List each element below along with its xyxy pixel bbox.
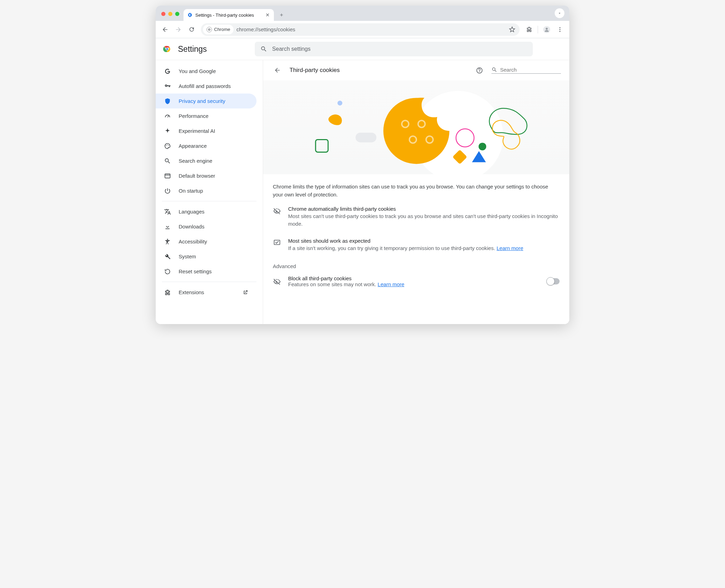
reload-button[interactable] (186, 24, 197, 35)
svg-point-6 (560, 29, 561, 30)
minimize-window-button[interactable] (168, 12, 172, 16)
svg-point-24 (479, 143, 486, 150)
search-icon (164, 158, 171, 164)
menu-button[interactable] (554, 24, 566, 35)
key-icon (164, 83, 171, 90)
svg-point-5 (560, 27, 561, 28)
search-settings-placeholder: Search settings (272, 46, 310, 52)
toolbar-divider (538, 26, 538, 33)
visibility-off-icon (273, 206, 281, 228)
chrome-icon (206, 27, 212, 32)
site-chip[interactable]: Chrome (203, 25, 234, 34)
help-button[interactable] (473, 64, 485, 76)
sidebar-divider (162, 201, 256, 201)
sidebar-item-reset[interactable]: Reset settings (156, 264, 256, 279)
browser-window: Settings - Third-party cookies ✕ Chrome (156, 6, 569, 324)
search-settings-input[interactable]: Search settings (255, 42, 533, 56)
sidebar-item-label: Extensions (179, 289, 204, 295)
sidebar-item-label: Experimental AI (179, 128, 215, 134)
search-icon (491, 67, 497, 73)
sidebar-divider (162, 282, 256, 282)
url-text: chrome://settings/cookies (236, 26, 504, 32)
svg-point-4 (546, 27, 548, 30)
sidebar-item-label: On startup (179, 188, 203, 194)
sparkle-icon (164, 128, 171, 135)
settings-sidebar: You and Google Autofill and passwords Pr… (156, 60, 263, 324)
address-bar[interactable]: Chrome chrome://settings/cookies (201, 23, 520, 36)
page-search-input[interactable] (500, 67, 561, 73)
palette-icon (164, 143, 171, 150)
settings-main: Third-party cookies (263, 60, 569, 324)
page-description: Chrome limits the type of information si… (263, 174, 569, 201)
sidebar-item-label: Accessibility (179, 239, 207, 244)
browser-icon (164, 172, 171, 179)
settings-header: Settings Search settings (156, 38, 569, 60)
window-controls (161, 12, 179, 16)
page-title: Third-party cookies (290, 67, 467, 74)
svg-rect-27 (316, 139, 328, 152)
close-window-button[interactable] (161, 12, 165, 16)
svg-point-28 (337, 100, 342, 105)
page-search[interactable] (491, 67, 561, 74)
download-icon (164, 223, 171, 230)
sidebar-item-label: System (179, 253, 196, 259)
sidebar-item-downloads[interactable]: Downloads (156, 219, 256, 234)
accessibility-icon (164, 238, 171, 245)
back-button[interactable] (159, 24, 171, 35)
sidebar-item-search-engine[interactable]: Search engine (156, 153, 256, 168)
learn-more-link[interactable]: Learn more (497, 245, 523, 251)
forward-button[interactable] (172, 24, 184, 35)
learn-more-link[interactable]: Learn more (378, 281, 405, 287)
sidebar-item-performance[interactable]: Performance (156, 108, 256, 123)
maximize-window-button[interactable] (175, 12, 179, 16)
browser-toolbar: Chrome chrome://settings/cookies (156, 21, 569, 38)
sidebar-item-privacy[interactable]: Privacy and security (156, 94, 256, 108)
sidebar-item-you-and-google[interactable]: You and Google (156, 64, 256, 79)
sidebar-item-accessibility[interactable]: Accessibility (156, 234, 256, 249)
sidebar-item-languages[interactable]: Languages (156, 204, 256, 219)
power-icon (164, 187, 171, 194)
sidebar-item-label: Default browser (179, 173, 215, 179)
block-all-cookies-row: Block all third-party cookies Features o… (263, 271, 569, 292)
browser-tab[interactable]: Settings - Third-party cookies ✕ (184, 9, 274, 21)
bookmark-button[interactable] (507, 25, 517, 34)
close-tab-button[interactable]: ✕ (265, 12, 270, 18)
sidebar-item-default-browser[interactable]: Default browser (156, 168, 256, 183)
page-header: Third-party cookies (263, 60, 569, 80)
sidebar-item-label: Reset settings (179, 268, 212, 274)
extensions-button[interactable] (523, 24, 535, 35)
search-icon (260, 46, 267, 53)
profile-button[interactable] (541, 24, 553, 35)
new-tab-button[interactable] (277, 10, 286, 20)
svg-rect-14 (165, 174, 170, 178)
svg-point-16 (167, 239, 168, 240)
extension-icon (164, 289, 171, 296)
info-sites-work: Most sites should work as expected If a … (263, 233, 569, 257)
tabs-dropdown-button[interactable] (555, 8, 564, 18)
translate-icon (164, 208, 171, 215)
checkbox-icon (273, 238, 281, 252)
tab-strip: Settings - Third-party cookies ✕ (156, 6, 569, 21)
sidebar-item-label: Appearance (179, 143, 207, 149)
google-g-icon (164, 68, 171, 75)
settings-body: You and Google Autofill and passwords Pr… (156, 60, 569, 324)
info-auto-limit: Chrome automatically limits third-party … (263, 201, 569, 233)
tab-title: Settings - Third-party cookies (195, 13, 262, 18)
sidebar-item-on-startup[interactable]: On startup (156, 183, 256, 198)
svg-point-11 (166, 145, 167, 146)
gear-icon (187, 12, 193, 18)
page-back-button[interactable] (271, 64, 283, 76)
sidebar-item-experimental-ai[interactable]: Experimental AI (156, 123, 256, 138)
sidebar-item-extensions[interactable]: Extensions (156, 285, 256, 300)
settings-title: Settings (178, 45, 207, 54)
sidebar-item-system[interactable]: System (156, 249, 256, 264)
sidebar-item-autofill[interactable]: Autofill and passwords (156, 79, 256, 94)
sidebar-item-appearance[interactable]: Appearance (156, 138, 256, 153)
sidebar-item-label: You and Google (179, 68, 216, 74)
svg-point-2 (209, 29, 210, 30)
toggle-body: Features on some sites may not work. Lea… (288, 281, 540, 287)
sidebar-item-label: Downloads (179, 224, 204, 229)
site-chip-label: Chrome (214, 27, 230, 32)
svg-point-7 (560, 31, 561, 32)
block-cookies-toggle[interactable] (547, 278, 560, 284)
